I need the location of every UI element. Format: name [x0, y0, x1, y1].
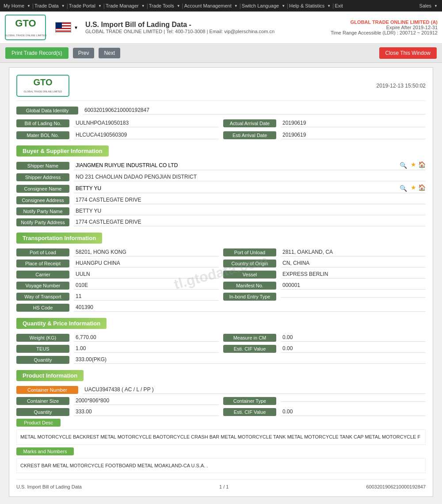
nav-arrow: ▼: [327, 4, 331, 8]
product-desc-label-row: Product Desc: [16, 419, 426, 427]
inbond-col: In-bond Entry Type: [223, 293, 426, 301]
nav-arrow: ▼: [27, 4, 30, 8]
print-button-top[interactable]: Print Trade Record(s): [5, 47, 69, 59]
teus-value: 1.00: [74, 344, 219, 353]
port-load-col: Port of Load 58201, HONG KONG: [16, 248, 219, 256]
buyer-supplier-header: Buyer & Supplier Information: [16, 145, 109, 157]
port-unload-value: 2811, OAKLAND, CA: [281, 248, 426, 256]
marks-numbers-block: CKREST BAR METAL MOTORCYCLE FOOTBOARD ME…: [16, 458, 426, 473]
nav-exit[interactable]: Exit: [335, 3, 344, 8]
product-desc-value: METAL MOTORCYCLE BACKREST METAL MOTORCYC…: [20, 434, 420, 439]
footer-id: 6003201906210000192847: [366, 484, 426, 489]
record-header: GTO GLOBAL TRADE ONLINE LIMITED 2019-12-…: [16, 75, 426, 101]
global-data-identity-row: Global Data Identity 6003201906210000192…: [16, 106, 426, 115]
nav-arrow: ▼: [282, 4, 285, 8]
svg-text:GLOBAL TRADE ONLINE LIMITED: GLOBAL TRADE ONLINE LIMITED: [4, 34, 46, 37]
next-button-top[interactable]: Next: [99, 48, 120, 58]
marks-numbers-label-row: Marks and Numbers: [16, 447, 426, 455]
svg-text:GLOBAL TRADE ONLINE LIMITED: GLOBAL TRADE ONLINE LIMITED: [23, 90, 62, 93]
notify-party-name-label: Notify Party Name: [16, 207, 69, 215]
shipper-star-icon[interactable]: ★: [411, 161, 416, 170]
nav-account-mgmt[interactable]: Account Management▼: [184, 3, 238, 8]
cif2-col: Esti. CIF Value 0.00: [223, 408, 426, 416]
nav-sales[interactable]: Sales▼: [419, 3, 438, 8]
consignee-search-icon[interactable]: 🔍: [398, 184, 409, 193]
consignee-name-value: BETTY YU: [74, 184, 394, 192]
account-name-link[interactable]: GLOBAL TRADE ONLINE LIMITED (A): [351, 19, 438, 25]
nav-my-home[interactable]: My Home▼: [4, 3, 30, 8]
transport-section: tl.gtodata.com Transportation Informatio…: [16, 233, 426, 312]
nav-trade-portal[interactable]: Trade Portal▼: [69, 3, 102, 8]
transport-header: Transportation Information: [16, 233, 102, 244]
qty2-cif2-row: Quantity 333.00 Esti. CIF Value 0.00: [16, 408, 426, 416]
buyer-supplier-section: Buyer & Supplier Information Shipper Nam…: [16, 145, 426, 226]
esti-arrival-label: Esti Arrival Date: [223, 131, 276, 139]
master-bol-value: HLCUCA4190560309: [74, 131, 219, 139]
country-origin-col: Country of Origin CN, CHINA: [223, 259, 426, 267]
consignee-address-row: Consignee Address 1774 CASTLEGATE DRIVE: [16, 196, 426, 204]
quantity-row: Quantity 333.00(PKG): [16, 355, 426, 364]
bol-arrival-row: Bill of Lading No. UULNHPOA19050183 Actu…: [16, 119, 426, 127]
nav-switch-language[interactable]: Switch Language▼: [242, 3, 285, 8]
prev-button-top[interactable]: Prev: [73, 48, 95, 58]
nav-arrow: ▼: [141, 4, 145, 8]
company-info: GLOBAL TRADE ONLINE LIMITED | Tel: 400-7…: [85, 29, 331, 34]
manifest-value: 000001: [281, 281, 426, 290]
top-navigation: My Home▼ | Trade Data▼ | Trade Portal▼ |…: [0, 0, 442, 11]
bol-col: Bill of Lading No. UULNHPOA19050183: [16, 119, 219, 127]
country-origin-value: CN, CHINA: [281, 259, 426, 267]
container-number-row: Container Number UACU3947438 ( AC / L / …: [16, 386, 426, 394]
shipper-home-icon[interactable]: 🏠: [418, 161, 426, 170]
esti-cif-value: 0.00: [281, 344, 426, 353]
place-receipt-col: Place of Receipt HUANGPU CHINA: [16, 259, 219, 267]
teus-col: TEUS 1.00: [16, 344, 219, 353]
notify-party-address-value: 1774 CASTLEGATE DRIVE: [74, 218, 426, 226]
cif2-value: 0.00: [281, 408, 426, 416]
consignee-home-icon[interactable]: 🏠: [418, 184, 426, 193]
nav-arrow: ▼: [98, 4, 102, 8]
vessel-col: Vessel EXPRESS BERLIN: [223, 270, 426, 279]
voyage-label: Voyage Number: [16, 282, 69, 290]
notify-party-name-row: Notify Party Name BETTY YU: [16, 207, 426, 215]
shipper-address-label: Shipper Address: [16, 173, 69, 181]
esti-arrival-col: Esti Arrival Date 20190619: [223, 131, 426, 139]
nav-trade-data[interactable]: Trade Data▼: [34, 3, 65, 8]
marks-numbers-label: Marks and Numbers: [16, 447, 74, 455]
nav-help-stats[interactable]: Help & Statistics▼: [289, 3, 331, 8]
nav-arrow: ▼: [234, 4, 238, 8]
consignee-star-icon[interactable]: ★: [411, 184, 416, 193]
carrier-value: UULN: [74, 270, 219, 279]
flag-arrow[interactable]: ▼: [74, 25, 78, 30]
flag-area: ▼: [55, 22, 78, 33]
close-button-top[interactable]: Close This Window: [379, 47, 437, 59]
way-transport-col: Way of Transport 11: [16, 292, 219, 301]
notify-party-address-row: Notify Party Address 1774 CASTLEGATE DRI…: [16, 218, 426, 226]
hs-code-row: HS Code 401390: [16, 303, 426, 312]
shipper-address-row: Shipper Address NO 231 CHAOLIAN DADAO PE…: [16, 173, 426, 181]
shipper-address-value: NO 231 CHAOLIAN DADAO PENGJIAN DISTRICT: [74, 173, 426, 181]
notify-party-address-label: Notify Party Address: [16, 218, 69, 226]
nav-trade-tools[interactable]: Trade Tools▼: [149, 3, 180, 8]
container-type-col: Container Type: [223, 397, 426, 405]
nav-trade-manager[interactable]: Trade Manager▼: [106, 3, 145, 8]
inbond-label: In-bond Entry Type: [223, 293, 276, 301]
transport-inbond-row: Way of Transport 11 In-bond Entry Type: [16, 292, 426, 301]
carrier-col: Carrier UULN: [16, 270, 219, 279]
port-unload-label: Port of Unload: [223, 248, 276, 256]
footer-left: U.S. Import Bill of Lading Data: [16, 484, 82, 489]
voyage-col: Voyage Number 010E: [16, 281, 219, 290]
shipper-name-label: Shipper Name: [16, 162, 69, 170]
quantity-label: Quantity: [16, 356, 69, 364]
product-desc-label: Product Desc: [16, 419, 61, 427]
place-receipt-value: HUANGPU CHINA: [74, 259, 219, 267]
way-transport-value: 11: [74, 292, 219, 301]
manifest-label: Manifest No.: [223, 282, 276, 290]
teus-cif-row: TEUS 1.00 Esti. CIF Value 0.00: [16, 344, 426, 353]
shipper-icons: 🔍 ★ 🏠: [398, 161, 426, 170]
container-size-type-row: Container Size 2000*806*800 Container Ty…: [16, 397, 426, 405]
country-origin-label: Country of Origin: [223, 260, 276, 267]
shipper-search-icon[interactable]: 🔍: [398, 161, 409, 170]
consignee-name-row: Consignee Name BETTY YU 🔍 ★ 🏠: [16, 184, 426, 193]
global-data-identity-label: Global Data Identity: [16, 107, 78, 115]
consignee-address-label: Consignee Address: [16, 196, 69, 204]
